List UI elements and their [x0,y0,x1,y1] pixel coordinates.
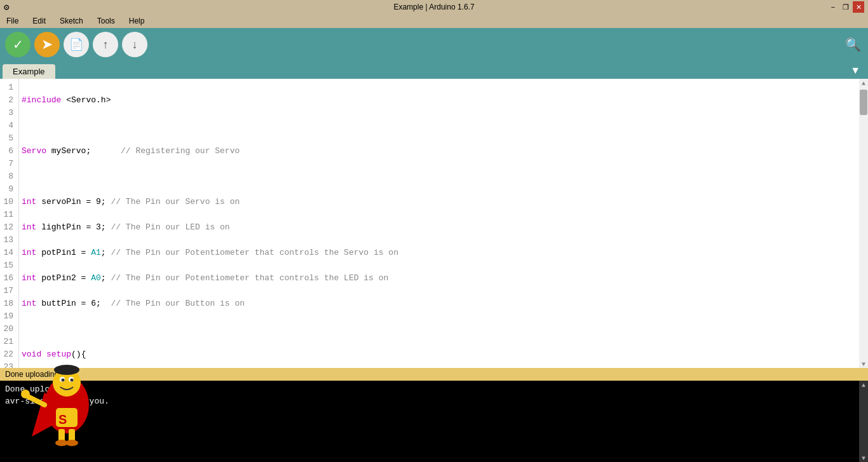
menu-sketch[interactable]: Sketch [56,15,87,27]
upload-button[interactable]: ➤ [34,32,60,57]
restore-button[interactable]: ❐ [840,1,851,13]
toolbar: ✓ ➤ 📄 ↑ ↓ 🔍 [0,28,868,61]
code-editor[interactable]: #include <Servo.h> Servo myServo; // Reg… [19,79,859,368]
new-button[interactable]: 📄 [64,32,89,57]
window-title: Example | Arduino 1.6.7 [393,3,474,11]
console-area: Done uploading. avr-size: Thanks you. ▲ … [0,381,868,462]
scroll-up-arrow[interactable]: ▲ [862,80,865,87]
editor-scrollbar[interactable]: ▲ ▼ [859,79,868,368]
window-controls: − ❐ ✕ [827,1,864,13]
menu-file[interactable]: File [3,15,22,27]
console-scroll-down[interactable]: ▼ [862,455,865,462]
console-line-3: avr-size: Thanks you. [5,397,863,406]
editor-area[interactable]: 12345 678910 1112131415 1617181920 21222… [0,79,868,368]
close-button[interactable]: ✕ [853,1,864,13]
tab-label: Example [13,67,45,76]
app-icon: ⚙ [4,2,9,13]
scroll-down-arrow[interactable]: ▼ [862,361,865,368]
console-scrollbar[interactable]: ▲ ▼ [859,381,868,462]
scrollbar-thumb[interactable] [860,90,867,115]
search-button[interactable]: 🔍 [843,34,863,55]
menu-help[interactable]: Help [125,15,149,27]
status-text: Done uploading. [5,370,60,379]
tab-example[interactable]: Example [3,64,55,79]
tab-dropdown-button[interactable]: ▼ [845,62,865,79]
open-button[interactable]: ↑ [93,32,118,57]
console-scroll-up[interactable]: ▲ [862,382,865,389]
menubar: File Edit Sketch Tools Help [0,14,868,28]
titlebar: ⚙ Example | Arduino 1.6.7 − ❐ ✕ [0,0,868,14]
menu-tools[interactable]: Tools [93,15,119,27]
save-button[interactable]: ↓ [122,32,147,57]
line-numbers: 12345 678910 1112131415 1617181920 21222… [0,79,19,368]
status-bar: Done uploading. [0,368,868,381]
minimize-button[interactable]: − [827,1,839,13]
verify-button[interactable]: ✓ [5,32,31,57]
console-line-1: Done uploading. [5,384,863,394]
menu-edit[interactable]: Edit [29,15,50,27]
tabbar: Example ▼ [0,61,868,79]
